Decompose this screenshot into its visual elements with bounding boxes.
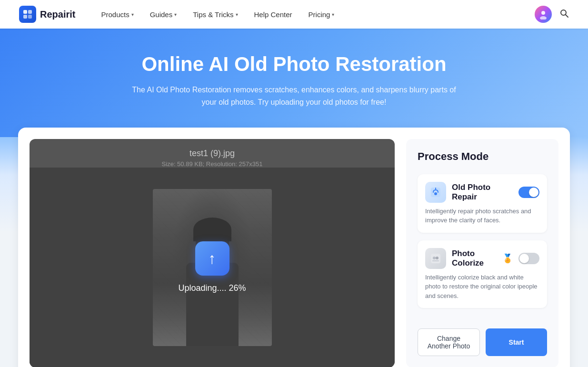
option-label-repair: Old Photo Repair <box>452 183 513 202</box>
chevron-down-icon: ▾ <box>174 12 177 17</box>
svg-rect-1 <box>28 10 32 14</box>
chevron-down-icon: ▾ <box>131 12 134 17</box>
search-icon[interactable] <box>559 9 569 20</box>
nav-label-pricing: Pricing <box>309 10 330 19</box>
option-label-colorize: Photo Colorize <box>452 249 495 268</box>
upload-overlay: ↑ Uploading.... 26% <box>30 168 395 367</box>
photo-panel: test1 (9).jpg Size: 50.89 KB; Resolution… <box>30 139 395 367</box>
svg-point-9 <box>434 192 437 195</box>
nav-label-products: Products <box>101 10 129 19</box>
hero-subtitle: The AI Old Photo Restoration removes scr… <box>128 84 461 108</box>
chevron-down-icon: ▾ <box>236 12 238 17</box>
logo-icon <box>19 6 36 23</box>
upload-progress-text: Uploading.... 26% <box>178 283 246 293</box>
option-header-repair: Old Photo Repair <box>425 182 539 203</box>
toggle-repair[interactable] <box>518 187 539 198</box>
svg-rect-3 <box>28 15 32 19</box>
svg-rect-0 <box>23 10 27 14</box>
colorize-badge: 🏅 <box>502 253 513 264</box>
content-wrapper: test1 (9).jpg Size: 50.89 KB; Resolution… <box>0 137 588 367</box>
start-button[interactable]: Start <box>486 328 547 356</box>
process-panel: Process Mode Old Photo Repair <box>406 139 558 367</box>
option-icon-repair <box>425 182 446 203</box>
nav-label-guides: Guides <box>150 10 173 19</box>
avatar[interactable] <box>535 6 552 23</box>
nav-item-pricing[interactable]: Pricing ▾ <box>302 7 341 22</box>
option-desc-repair: Intelligently repair photo scratches and… <box>425 207 539 225</box>
svg-rect-11 <box>431 254 440 263</box>
navbar: Repairit Products ▾ Guides ▾ Tips & Tric… <box>0 0 588 29</box>
upload-arrow-icon: ↑ <box>209 251 216 266</box>
logo-text: Repairit <box>40 9 75 20</box>
svg-rect-14 <box>432 260 439 261</box>
svg-rect-2 <box>23 15 27 19</box>
toggle-colorize[interactable] <box>518 253 539 264</box>
logo[interactable]: Repairit <box>19 6 75 23</box>
nav-label-help: Help Center <box>254 10 292 19</box>
hero-section: Online AI Old Photo Restoration The AI O… <box>0 29 588 137</box>
svg-point-12 <box>433 257 436 259</box>
option-photo-colorize: Photo Colorize 🏅 Intelligently colorize … <box>418 240 547 308</box>
hero-title: Online AI Old Photo Restoration <box>10 52 578 76</box>
photo-filename: test1 (9).jpg <box>189 149 235 159</box>
svg-point-4 <box>541 11 545 15</box>
process-actions: Change Another Photo Start <box>418 328 547 356</box>
option-icon-colorize <box>425 248 446 269</box>
nav-menu: Products ▾ Guides ▾ Tips & Tricks ▾ Help… <box>94 7 535 22</box>
svg-point-5 <box>540 16 547 20</box>
nav-item-help[interactable]: Help Center <box>248 7 299 22</box>
svg-line-7 <box>566 15 568 17</box>
option-header-colorize: Photo Colorize 🏅 <box>425 248 539 269</box>
nav-item-guides[interactable]: Guides ▾ <box>143 7 184 22</box>
upload-icon-box: ↑ <box>195 241 229 276</box>
photo-fileinfo: Size: 50.89 KB; Resolution: 257x351 <box>162 160 263 168</box>
change-photo-button[interactable]: Change Another Photo <box>418 328 480 356</box>
nav-item-tips[interactable]: Tips & Tricks ▾ <box>186 7 244 22</box>
option-desc-colorize: Intelligently colorize black and white p… <box>425 273 539 301</box>
photo-image-area: ↑ Uploading.... 26% <box>30 168 395 367</box>
main-card: test1 (9).jpg Size: 50.89 KB; Resolution… <box>18 128 570 367</box>
svg-point-13 <box>436 257 439 259</box>
nav-label-tips: Tips & Tricks <box>193 10 233 19</box>
nav-item-products[interactable]: Products ▾ <box>94 7 140 22</box>
chevron-down-icon: ▾ <box>332 12 334 17</box>
nav-right <box>535 6 569 23</box>
process-mode-title: Process Mode <box>418 150 547 163</box>
option-old-photo-repair: Old Photo Repair Intelligently repair ph… <box>418 174 547 233</box>
